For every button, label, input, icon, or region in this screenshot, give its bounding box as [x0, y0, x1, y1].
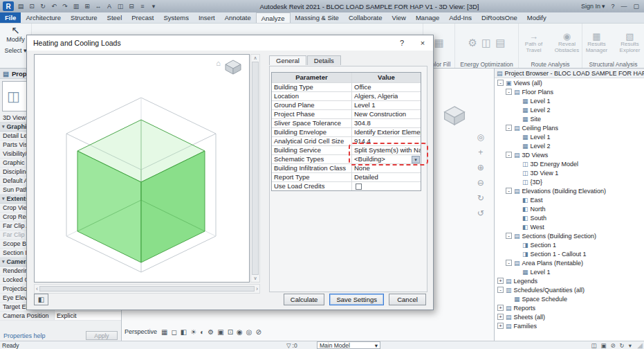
- preview-horizontal-scrollbar[interactable]: ‹ ›: [34, 284, 260, 294]
- tree-item-section-1-callout-1[interactable]: ◨Section 1 - Callout 1: [495, 249, 644, 258]
- tree-item-sheets-all[interactable]: +▤Sheets (all): [495, 312, 644, 321]
- preview-visual-style-button[interactable]: ◧: [34, 294, 48, 305]
- preview-vertical-scrollbar[interactable]: ∧ ∨: [250, 54, 260, 283]
- ribbon-tab-add-ins[interactable]: Add-Ins: [444, 12, 477, 23]
- tree-item-level-1[interactable]: ▦Level 1: [495, 132, 644, 141]
- render-icon[interactable]: ⚙: [208, 328, 214, 336]
- resize-grip[interactable]: ◢: [637, 341, 643, 349]
- expander-collapse-icon[interactable]: -: [497, 287, 504, 293]
- dialog-button-cancel[interactable]: Cancel: [389, 294, 426, 305]
- scrollbar-thumb[interactable]: [39, 286, 255, 292]
- detail-level-icon[interactable]: ◻: [171, 328, 176, 336]
- viewcube[interactable]: [443, 105, 466, 127]
- redo-icon[interactable]: ↷: [61, 3, 69, 10]
- text-icon[interactable]: A: [105, 3, 113, 10]
- rewind-icon[interactable]: ↺: [477, 208, 484, 218]
- tree-item-schedules-quantities-all[interactable]: -▥Schedules/Quantities (all): [495, 285, 644, 294]
- crop-view-icon[interactable]: ▣: [217, 328, 223, 336]
- tree-item-south[interactable]: ◧South: [495, 213, 644, 222]
- ribbon-tab-steel[interactable]: Steel: [102, 12, 127, 23]
- tree-item-elevations-building-elevation[interactable]: -▤Elevations (Building Elevation): [495, 186, 644, 195]
- project-browser-header[interactable]: ▤Project Browser - BLOC LOAD SAMPLE FOR …: [495, 69, 644, 78]
- ribbon-tab-manage[interactable]: Manage: [411, 12, 444, 23]
- scrollbar-thumb[interactable]: [252, 62, 259, 275]
- expander-collapse-icon[interactable]: -: [497, 80, 504, 86]
- default-3d-view-icon[interactable]: ◫: [116, 3, 125, 10]
- open-icon[interactable]: ▤: [17, 3, 25, 10]
- ribbon-tab-analyze[interactable]: Analyze: [256, 12, 291, 23]
- exclude-options-icon[interactable]: ⊘: [610, 342, 615, 349]
- visual-style-icon[interactable]: ◧: [181, 328, 187, 336]
- tree-item-ceiling-plans[interactable]: -▤Ceiling Plans: [495, 123, 644, 132]
- results-explorer-button[interactable]: ▧Results Explorer: [616, 32, 644, 53]
- design-options-icon[interactable]: ▣: [600, 342, 606, 349]
- analytical-model-icon[interactable]: ⊘: [256, 328, 261, 336]
- modify-button[interactable]: ↖ Modify: [6, 25, 25, 43]
- ribbon-tab-view[interactable]: View: [387, 12, 411, 23]
- tree-item-level-2[interactable]: ▦Level 2: [495, 105, 644, 114]
- ribbon-tab-precast[interactable]: Precast: [127, 12, 158, 23]
- model-preview[interactable]: ⌂: [34, 54, 250, 283]
- tree-item-floor-plans[interactable]: -▤Floor Plans: [495, 87, 644, 96]
- pan-icon[interactable]: +: [478, 147, 483, 157]
- tree-item-3d[interactable]: ◫{3D}: [495, 177, 644, 186]
- zoom-in-icon[interactable]: ⊕: [477, 163, 484, 172]
- tree-item-level-1[interactable]: ▦Level 1: [495, 96, 644, 105]
- dialog-close-button[interactable]: ×: [412, 35, 433, 51]
- tree-item-section-1[interactable]: ◨Section 1: [495, 240, 644, 249]
- reveal-obstacles-button[interactable]: ◉Reveal Obstacles: [553, 32, 582, 53]
- create-energy-model-icon[interactable]: ◫: [481, 37, 491, 49]
- steering-wheel-icon[interactable]: ◎: [477, 132, 484, 142]
- duct-color-fill-icon[interactable]: ▦: [434, 37, 443, 49]
- ribbon-tab-annotate[interactable]: Annotate: [220, 12, 256, 23]
- ribbon-tab-collaborate[interactable]: Collaborate: [344, 12, 387, 23]
- tree-item-reports[interactable]: +▤Reports: [495, 303, 644, 312]
- tree-item-level-1[interactable]: ▦Level 1: [495, 267, 644, 276]
- tree-item-area-plans-rentable[interactable]: -▤Area Plans (Rentable): [495, 258, 644, 267]
- minimize-button[interactable]: —: [620, 3, 627, 10]
- selection-filter[interactable]: ▽:0: [286, 342, 297, 349]
- tree-item-3d-view-1[interactable]: ◫3D View 1: [495, 168, 644, 177]
- background-processes-icon[interactable]: ↻: [620, 342, 625, 349]
- undo-icon[interactable]: ↶: [50, 3, 58, 10]
- expander-expand-icon[interactable]: +: [497, 323, 504, 329]
- worksharing-display-icon[interactable]: ◫: [591, 342, 596, 349]
- tree-item-level-2[interactable]: ▦Level 2: [495, 141, 644, 150]
- expander-expand-icon[interactable]: +: [497, 314, 504, 320]
- tree-item-views-all[interactable]: -▣Views (all): [495, 78, 644, 87]
- help-button[interactable]: ?: [611, 3, 614, 10]
- select-dropdown[interactable]: Select ▾: [4, 47, 26, 54]
- sync-icon[interactable]: ↻: [39, 3, 47, 10]
- ribbon-tab-massing-site[interactable]: Massing & Site: [291, 12, 344, 23]
- ribbon-tab-systems[interactable]: Systems: [158, 12, 193, 23]
- optimize-icon[interactable]: ▤: [495, 37, 505, 49]
- section-icon[interactable]: ⊟: [127, 3, 136, 10]
- home-icon[interactable]: ⌂: [216, 59, 221, 67]
- shadows-icon[interactable]: ◐: [200, 328, 204, 336]
- preview-viewcube[interactable]: [224, 59, 242, 75]
- path-of-travel-button[interactable]: →Path of Travel: [519, 32, 549, 53]
- scroll-down-icon[interactable]: ∨: [253, 276, 257, 281]
- restore-button[interactable]: ▢: [633, 3, 639, 10]
- ribbon-tab-modify[interactable]: Modify: [522, 12, 551, 23]
- tree-item-north[interactable]: ◧North: [495, 204, 644, 213]
- temporary-hide-icon[interactable]: ◉: [237, 328, 243, 336]
- apply-button[interactable]: Apply: [86, 331, 118, 340]
- view-scale-label[interactable]: Perspective: [125, 328, 157, 335]
- measure-icon[interactable]: ⊞: [83, 3, 91, 10]
- tree-item-west[interactable]: ◧West: [495, 222, 644, 231]
- expander-collapse-icon[interactable]: -: [506, 152, 512, 158]
- ribbon-tab-file[interactable]: File: [0, 12, 21, 23]
- selection-toggle-icon[interactable]: ▾: [629, 342, 632, 349]
- tree-item-space-schedule[interactable]: ▦Space Schedule: [495, 294, 644, 303]
- ribbon-tab-dirootsone[interactable]: DiRootsOne: [477, 12, 522, 23]
- reveal-hidden-icon[interactable]: ◎: [246, 328, 252, 336]
- thin-lines-icon[interactable]: ≡: [138, 3, 147, 10]
- scroll-right-icon[interactable]: ›: [256, 285, 258, 292]
- expander-expand-icon[interactable]: +: [497, 278, 504, 284]
- ribbon-tab-architecture[interactable]: Architecture: [21, 12, 66, 23]
- energy-settings-icon[interactable]: ⚙: [468, 37, 477, 49]
- expander-collapse-icon[interactable]: -: [506, 260, 512, 266]
- tree-item-legends[interactable]: +▤Legends: [495, 276, 644, 285]
- expander-expand-icon[interactable]: +: [497, 305, 504, 311]
